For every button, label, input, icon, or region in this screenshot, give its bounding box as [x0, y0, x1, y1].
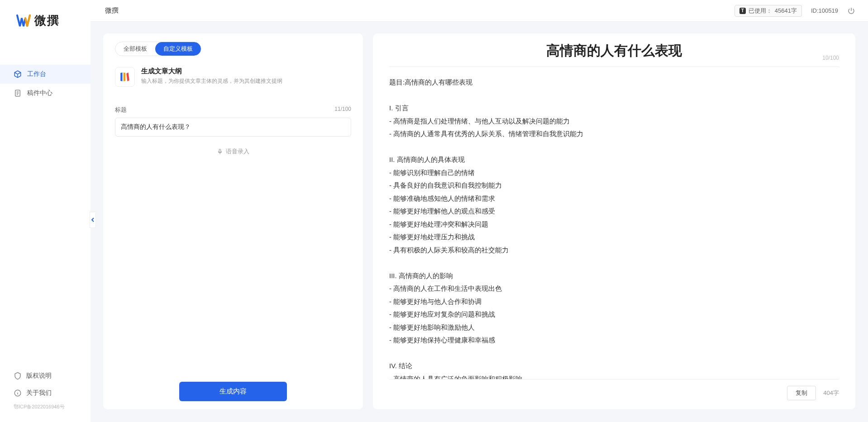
nav-item-label: 关于我们 — [26, 389, 52, 397]
nav: 工作台 稿件中心 — [0, 38, 91, 367]
template-tabs: 全部模板 自定义模板 — [115, 42, 201, 56]
field-char-count: 11/100 — [334, 106, 351, 114]
svg-rect-2 — [219, 149, 221, 152]
mic-icon — [217, 148, 223, 155]
title-field-wrap: 标题 11/100 — [115, 106, 351, 137]
app-logo: 微撰 — [0, 0, 91, 38]
nav-item-workspace[interactable]: 工作台 — [0, 65, 91, 84]
document-icon — [14, 89, 22, 97]
generate-button[interactable]: 生成内容 — [179, 382, 287, 401]
usage-prefix: 已使用： — [749, 7, 772, 15]
power-icon — [847, 7, 855, 15]
logo-icon — [16, 14, 31, 27]
main: 微撰 T 已使用： 45641字 ID:100519 全部模板 自定义模板 — [91, 0, 868, 422]
template-desc: 输入标题，为你提供文章主体的灵感，并为其创建推文提纲 — [141, 77, 351, 85]
output-body[interactable]: 题目:高情商的人有哪些表现 I. 引言 - 高情商是指人们处理情绪、与他人互动以… — [389, 67, 839, 379]
voice-input-button[interactable]: 语音录入 — [115, 147, 351, 156]
shield-icon — [14, 372, 22, 380]
chevron-left-icon — [91, 218, 95, 222]
voice-label: 语音录入 — [226, 147, 249, 156]
usage-chip[interactable]: T 已使用： 45641字 — [734, 5, 802, 17]
nav-item-label: 工作台 — [27, 70, 46, 78]
text-badge-icon: T — [739, 8, 746, 14]
nav-item-label: 稿件中心 — [27, 89, 52, 97]
nav-item-drafts[interactable]: 稿件中心 — [0, 84, 91, 103]
logo-text: 微撰 — [34, 13, 60, 28]
power-button[interactable] — [847, 7, 855, 15]
title-input[interactable] — [115, 118, 351, 137]
books-icon — [119, 71, 131, 83]
nav-item-label: 版权说明 — [26, 372, 52, 380]
nav-item-about[interactable]: 关于我们 — [0, 384, 91, 402]
template-title: 生成文章大纲 — [141, 67, 351, 76]
nav-item-copyright[interactable]: 版权说明 — [0, 367, 91, 384]
cube-icon — [14, 70, 22, 78]
copy-button[interactable]: 复制 — [787, 386, 816, 400]
usage-value: 45641字 — [775, 7, 797, 15]
template-card: 生成文章大纲 输入标题，为你提供文章主体的灵感，并为其创建推文提纲 — [115, 64, 351, 93]
page-title: 微撰 — [103, 6, 119, 15]
input-panel: 全部模板 自定义模板 生成文章大纲 输入标题，为你提供文章主体的灵感，并为其创建… — [103, 33, 363, 409]
info-icon — [14, 389, 22, 397]
sidebar-bottom: 版权说明 关于我们 鄂ICP备2022016946号 — [0, 367, 91, 422]
output-panel: 高情商的人有什么表现 10/100 题目:高情商的人有哪些表现 I. 引言 - … — [373, 33, 855, 409]
template-icon — [115, 67, 135, 87]
content: 全部模板 自定义模板 生成文章大纲 输入标题，为你提供文章主体的灵感，并为其创建… — [91, 22, 868, 422]
output-title: 高情商的人有什么表现 — [546, 42, 682, 60]
sidebar: 微撰 工作台 稿件中心 版权说明 — [0, 0, 91, 422]
output-char-count: 404字 — [823, 389, 839, 397]
sidebar-collapse-handle[interactable] — [90, 212, 96, 228]
tab-all-templates[interactable]: 全部模板 — [115, 42, 155, 56]
icp-text: 鄂ICP备2022016946号 — [0, 402, 91, 413]
topbar: 微撰 T 已使用： 45641字 ID:100519 — [91, 0, 868, 22]
user-id: ID:100519 — [811, 7, 838, 14]
field-label: 标题 — [115, 106, 127, 114]
output-title-count: 10/100 — [822, 55, 839, 61]
tab-custom-templates[interactable]: 自定义模板 — [155, 42, 201, 56]
